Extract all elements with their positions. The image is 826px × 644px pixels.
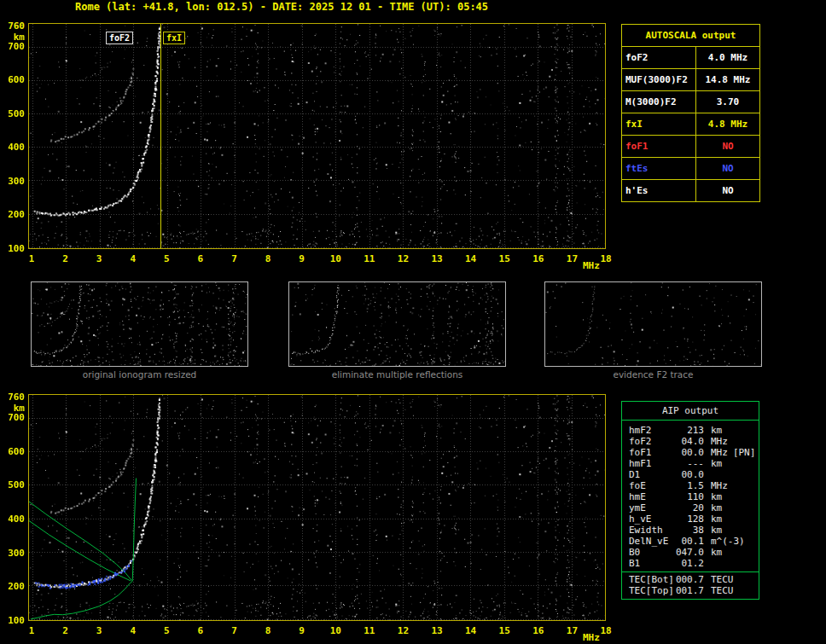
aip-param-unit bbox=[704, 469, 711, 480]
aip-row: Ewidth38km bbox=[629, 525, 757, 536]
aip-row: hmF1---km bbox=[629, 458, 757, 469]
aip-row: foF100.0MHz[PN] bbox=[629, 447, 757, 458]
x-axis-tick: 3 bbox=[91, 253, 107, 264]
autoscala-row: M(3000)F23.70 bbox=[622, 91, 759, 113]
aip-param-value: 1.5 bbox=[675, 480, 704, 491]
aip-row: B101.2 bbox=[629, 558, 757, 569]
x-axis-tick: 1 bbox=[24, 625, 39, 636]
thumbnail-caption-evidence: evidence F2 trace bbox=[544, 369, 762, 380]
aip-param-value: 001.7 bbox=[675, 585, 704, 596]
x-axis-tick: 1 bbox=[24, 253, 39, 264]
aip-row: h_vE128km bbox=[629, 513, 757, 525]
autoscala-param-value: NO bbox=[696, 158, 759, 179]
station-date-title: Rome (lat: +41.8, lon: 012.5) - DATE: 20… bbox=[75, 1, 488, 13]
aip-param-value: 00.0 bbox=[675, 469, 704, 480]
y-axis-tick: 500 bbox=[3, 108, 25, 119]
thumbnail-evidence-f2 bbox=[544, 281, 762, 367]
aip-row: foF204.0MHz bbox=[629, 436, 757, 447]
y-axis-tick: 600 bbox=[3, 74, 25, 85]
aip-param-unit: km bbox=[704, 425, 722, 436]
aip-param-name: hmE bbox=[629, 491, 675, 502]
aip-param-value: 213 bbox=[675, 425, 704, 436]
aip-param-name: TEC[Top] bbox=[629, 585, 675, 596]
x-axis-tick: 13 bbox=[429, 253, 445, 264]
aip-param-value: 00.1 bbox=[675, 536, 704, 547]
x-axis-tick: 5 bbox=[159, 625, 174, 636]
aip-param-value: 000.7 bbox=[675, 574, 704, 585]
y-axis-tick: 500 bbox=[3, 479, 25, 490]
aip-row: ymE20km bbox=[629, 502, 757, 513]
aip-param-unit: TECU bbox=[704, 574, 734, 585]
autoscala-param-value: 3.70 bbox=[696, 91, 759, 113]
autoscala-param-name: ftEs bbox=[622, 158, 696, 179]
autoscala-param-value: NO bbox=[696, 180, 759, 201]
aip-param-name: DelN_vE bbox=[629, 536, 675, 547]
x-axis-tick: 10 bbox=[328, 253, 343, 264]
aip-param-name: B0 bbox=[629, 547, 675, 558]
y-axis-tick: 100 bbox=[3, 243, 25, 254]
aip-param-unit: MHz bbox=[704, 447, 728, 458]
autoscala-param-name: foF1 bbox=[622, 136, 696, 157]
autoscala-param-name: fxI bbox=[622, 113, 696, 135]
y-axis-tick: 100 bbox=[3, 615, 25, 626]
aip-param-name: foF2 bbox=[629, 436, 675, 447]
aip-param-name: foE bbox=[629, 480, 675, 491]
foF2-marker-label: foF2 bbox=[106, 32, 133, 44]
aip-row: TEC[Bot]000.7TECU bbox=[629, 574, 757, 585]
y-axis-unit: km bbox=[3, 32, 25, 43]
x-axis-tick: 16 bbox=[531, 253, 546, 264]
aip-param-unit: m^(-3) bbox=[704, 536, 745, 547]
aip-param-unit: km bbox=[704, 513, 722, 525]
autoscala-row: ftEsNO bbox=[622, 158, 759, 180]
x-axis-tick: 17 bbox=[564, 253, 579, 264]
aip-table-rows: hmF2213kmfoF204.0MHzfoF100.0MHz[PN]hmF1-… bbox=[622, 421, 759, 571]
aip-output-table: AIP output hmF2213kmfoF204.0MHzfoF100.0M… bbox=[621, 401, 759, 600]
aip-param-unit: TECU bbox=[704, 585, 734, 596]
y-axis-tick: 600 bbox=[3, 446, 25, 457]
x-axis-tick: 3 bbox=[91, 625, 107, 636]
thumbnail-caption-original: original ionogram resized bbox=[31, 369, 248, 380]
x-axis-tick: 9 bbox=[294, 625, 310, 636]
aip-param-name: hmF1 bbox=[629, 458, 675, 469]
autoscala-row: h'EsNO bbox=[622, 180, 759, 201]
x-axis-tick: 6 bbox=[193, 625, 208, 636]
x-axis-tick: 13 bbox=[429, 625, 445, 636]
autoscala-param-value: 4.8 MHz bbox=[696, 113, 759, 135]
aip-row: TEC[Top]001.7TECU bbox=[629, 585, 757, 596]
aip-param-value: 047.0 bbox=[675, 547, 704, 558]
x-axis-tick: 12 bbox=[395, 253, 410, 264]
autoscala-table-title: AUTOSCALA output bbox=[622, 25, 759, 47]
x-axis-tick: 12 bbox=[395, 625, 410, 636]
x-axis-tick: 2 bbox=[58, 625, 73, 636]
y-axis-tick: 300 bbox=[3, 176, 25, 187]
aip-param-unit: km bbox=[704, 502, 722, 513]
x-axis-tick: 14 bbox=[463, 253, 479, 264]
autoscala-row: foF1NO bbox=[622, 136, 759, 158]
y-axis-unit: km bbox=[3, 403, 25, 414]
autoscala-screen: { "title": "Rome (lat: +41.8, lon: 012.5… bbox=[0, 0, 826, 644]
aip-param-name: Ewidth bbox=[629, 525, 675, 536]
aip-param-value: 00.0 bbox=[675, 447, 704, 458]
autoscala-table-rows: foF24.0 MHzMUF(3000)F214.8 MHzM(3000)F23… bbox=[622, 47, 759, 201]
x-axis-unit: MHz bbox=[583, 632, 612, 643]
x-axis-tick: 7 bbox=[227, 625, 242, 636]
aip-param-name: hmF2 bbox=[629, 425, 675, 436]
x-axis-tick: 6 bbox=[193, 253, 208, 264]
ionogram-canvas-main bbox=[29, 24, 605, 248]
x-axis-tick: 4 bbox=[125, 625, 141, 636]
autoscala-param-value: 14.8 MHz bbox=[696, 69, 759, 90]
fxI-marker-label: fxI bbox=[163, 32, 185, 44]
aip-row: foE1.5MHz bbox=[629, 480, 757, 491]
x-axis-tick: 4 bbox=[125, 253, 141, 264]
aip-param-unit: MHz bbox=[704, 480, 728, 491]
x-axis-tick: 8 bbox=[260, 625, 276, 636]
aip-param-value: 20 bbox=[675, 502, 704, 513]
ionogram-canvas-profile bbox=[29, 395, 605, 620]
thumbnail-original-ionogram bbox=[31, 281, 248, 367]
x-axis-tick: 5 bbox=[159, 253, 174, 264]
aip-param-name: foF1 bbox=[629, 447, 675, 458]
y-axis-tick: 200 bbox=[3, 209, 25, 220]
x-axis-unit: MHz bbox=[583, 260, 612, 271]
autoscala-param-value: 4.0 MHz bbox=[696, 47, 759, 68]
autoscala-param-name: MUF(3000)F2 bbox=[622, 69, 696, 90]
